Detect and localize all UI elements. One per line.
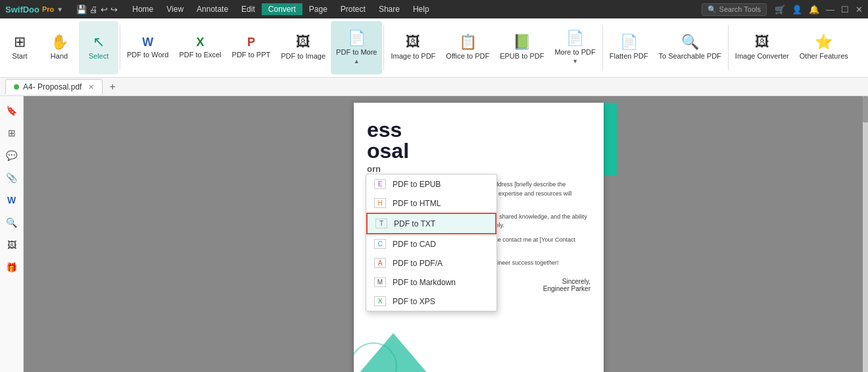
toolbar-to-searchable-pdf[interactable]: 🔍 To Searchable PDF <box>653 21 726 74</box>
app-name: SwifDoo <box>5 5 39 14</box>
toolbar-epub-to-pdf[interactable]: 📗 EPUB to PDF <box>494 21 549 74</box>
tab-status-dot <box>14 84 19 90</box>
menu-home[interactable]: Home <box>126 3 160 15</box>
toolbar-hand[interactable]: ✋ Hand <box>39 21 79 74</box>
pdf-to-xps-icon: X <box>374 296 386 306</box>
toolbar-start[interactable]: ⊞ Start <box>0 21 39 74</box>
dropdown-label-pdf-to-markdown: PDF to Markdown <box>393 278 456 287</box>
vertical-scrollbar[interactable] <box>863 96 868 372</box>
sidebar-bookmark-icon[interactable]: 🔖 <box>3 101 21 120</box>
menu-edit[interactable]: Edit <box>235 3 262 15</box>
document-area: E PDF to EPUB H PDF to HTML T PDF to TXT… <box>24 96 868 372</box>
minimize-button[interactable]: — <box>826 5 834 14</box>
tab-close-icon[interactable]: ✕ <box>88 83 94 92</box>
sidebar-image-icon[interactable]: 🖼 <box>3 236 21 254</box>
toolbar-office-to-pdf[interactable]: 📋 Office to PDF <box>441 21 494 74</box>
search-placeholder: Search Tools <box>719 5 761 13</box>
undo-icon[interactable]: ↩ <box>101 5 108 14</box>
menu-share[interactable]: Share <box>372 3 406 15</box>
pdf-to-excel-icon: X <box>196 36 204 48</box>
office-to-pdf-label: Office to PDF <box>446 52 489 61</box>
menu-protect[interactable]: Protect <box>334 3 372 15</box>
menu-view[interactable]: View <box>160 3 190 15</box>
separator-2 <box>383 25 384 70</box>
menu-annotate[interactable]: Annotate <box>190 3 235 15</box>
other-features-icon: ⭐ <box>815 35 832 49</box>
toolbar-pdf-to-ppt[interactable]: P PDF to PPT <box>227 21 276 74</box>
sidebar-attachments-icon[interactable]: 📎 <box>3 169 21 187</box>
toolbar-more-to-pdf[interactable]: 📄 More to PDF ▼ <box>549 21 600 74</box>
menu-convert[interactable]: Convert <box>262 3 302 15</box>
redo-icon[interactable]: ↪ <box>110 5 118 14</box>
toolbar-image-to-pdf[interactable]: 🖼 Image to PDF <box>385 21 441 74</box>
pdf-to-epub-icon: E <box>374 179 386 189</box>
dropdown-item-pdf-to-xps[interactable]: X PDF to XPS <box>366 292 496 311</box>
toolbar-pdf-to-more[interactable]: 📄 PDF to More ▲ <box>331 21 382 74</box>
toolbar-pdf-to-word[interactable]: W PDF to Word <box>122 21 174 74</box>
toolbar-other-features[interactable]: ⭐ Other Features <box>794 21 854 74</box>
menu-bar: Home View Annotate Edit Convert Page Pro… <box>126 3 435 15</box>
toolbar: ⊞ Start ✋ Hand ↖ Select W PDF to Word X … <box>0 18 868 78</box>
sidebar-gift-icon[interactable]: 🎁 <box>3 258 21 277</box>
menu-page[interactable]: Page <box>302 3 334 15</box>
search-box[interactable]: 🔍 Search Tools <box>702 3 767 16</box>
cart-icon[interactable]: 🛒 <box>775 5 785 14</box>
dropdown-item-pdf-to-epub[interactable]: E PDF to EPUB <box>366 174 496 194</box>
image-to-pdf-icon: 🖼 <box>406 35 420 49</box>
doc-title-1: ess <box>367 119 485 140</box>
dropdown-item-pdf-to-pdfa[interactable]: A PDF to PDF/A <box>366 253 496 273</box>
image-converter-icon: 🖼 <box>755 35 769 49</box>
dropdown-arrow-icon[interactable]: ▼ <box>57 6 63 13</box>
toolbar-pdf-to-image[interactable]: 🖼 PDF to Image <box>276 21 331 74</box>
tab-label: A4- Proposal.pdf <box>23 82 82 92</box>
new-tab-button[interactable]: + <box>104 80 120 94</box>
sidebar-search-icon[interactable]: 🔍 <box>3 213 21 232</box>
dropdown-item-pdf-to-txt[interactable]: T PDF to TXT <box>366 213 496 234</box>
toolbar-select[interactable]: ↖ Select <box>79 21 118 74</box>
save-icon[interactable]: 💾 <box>76 5 87 14</box>
dropdown-item-pdf-to-html[interactable]: H PDF to HTML <box>366 194 496 213</box>
hand-label: Hand <box>51 52 68 61</box>
dropdown-label-pdf-to-epub: PDF to EPUB <box>393 180 441 189</box>
dropdown-item-pdf-to-markdown[interactable]: M PDF to Markdown <box>366 273 496 292</box>
sidebar-pages-icon[interactable]: ⊞ <box>3 124 21 142</box>
close-button[interactable]: ✕ <box>856 5 863 14</box>
pdf-to-markdown-icon: M <box>374 277 386 287</box>
image-converter-label: Image Converter <box>735 52 789 61</box>
sidebar-word-icon[interactable]: W <box>3 191 21 209</box>
hand-icon: ✋ <box>51 35 68 49</box>
svg-marker-4 <box>354 333 433 372</box>
flatten-pdf-label: Flatten PDF <box>610 52 648 61</box>
pdf-to-more-icon: 📄 <box>348 31 366 45</box>
app-logo: SwifDooPro ▼ <box>5 5 63 14</box>
maximize-button[interactable]: ☐ <box>841 5 849 14</box>
doc-title-2: osal <box>367 140 485 161</box>
separator-4 <box>728 25 729 70</box>
pdf-to-cad-icon: C <box>374 239 386 249</box>
pdf-to-ppt-label: PDF to PPT <box>232 51 271 59</box>
print-icon[interactable]: 🖨 <box>89 5 98 14</box>
toolbar-flatten-pdf[interactable]: 📄 Flatten PDF <box>604 21 654 74</box>
dropdown-item-pdf-to-cad[interactable]: C PDF to CAD <box>366 234 496 253</box>
toolbar-image-converter[interactable]: 🖼 Image Converter <box>730 21 794 74</box>
undo-redo: 💾 🖨 ↩ ↪ <box>76 5 118 14</box>
doc-footer-graphic <box>354 333 433 372</box>
separator-1 <box>120 25 120 70</box>
more-to-pdf-arrow-icon: ▼ <box>572 58 578 65</box>
sidebar-comments-icon[interactable]: 💬 <box>3 146 21 165</box>
other-features-label: Other Features <box>800 52 848 61</box>
pdf-to-more-arrow-icon: ▲ <box>354 58 360 65</box>
pdf-to-word-icon: W <box>142 36 153 48</box>
user-icon[interactable]: 👤 <box>792 5 802 14</box>
dropdown-label-pdf-to-xps: PDF to XPS <box>393 297 435 306</box>
scrollbar-thumb[interactable] <box>863 96 868 122</box>
flatten-pdf-icon: 📄 <box>620 35 638 49</box>
epub-to-pdf-label: EPUB to PDF <box>500 52 544 61</box>
toolbar-pdf-to-excel[interactable]: X PDF to Excel <box>174 21 226 74</box>
bell-icon[interactable]: 🔔 <box>809 5 819 14</box>
doc-author: orn <box>367 164 485 174</box>
pdf-to-txt-icon: T <box>375 219 387 228</box>
dropdown-label-pdf-to-pdfa: PDF to PDF/A <box>393 259 443 268</box>
menu-help[interactable]: Help <box>406 3 436 15</box>
tab-proposal[interactable]: A4- Proposal.pdf ✕ <box>5 79 103 94</box>
